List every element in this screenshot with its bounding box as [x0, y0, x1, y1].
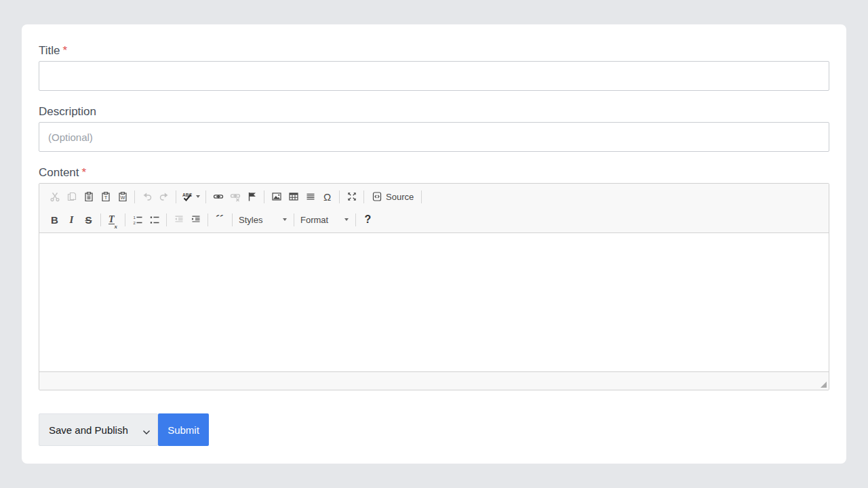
- undo-icon: [142, 191, 153, 202]
- toolbar-separator: [339, 190, 340, 203]
- description-input[interactable]: [39, 122, 829, 152]
- paste-from-word-icon: W: [117, 191, 128, 202]
- description-label: Description: [39, 104, 829, 119]
- undo-button[interactable]: [138, 188, 155, 205]
- format-dropdown[interactable]: Format: [298, 211, 352, 228]
- form-card: Title* Description Content* T: [22, 24, 846, 464]
- editor-content-area[interactable]: [39, 233, 829, 371]
- toolbar-separator: [294, 214, 294, 226]
- remove-format-button[interactable]: Tx: [104, 211, 121, 228]
- toolbar-separator: [100, 214, 101, 226]
- editor-status-bar: [39, 371, 829, 390]
- description-label-text: Description: [39, 105, 96, 118]
- source-button-label: Source: [386, 192, 414, 202]
- italic-icon: I: [70, 214, 74, 226]
- remove-format-icon: T: [108, 215, 115, 224]
- maximize-icon: [347, 191, 357, 202]
- content-label: Content*: [39, 165, 829, 180]
- bulleted-list-button[interactable]: [146, 211, 163, 228]
- horizontal-rule-button[interactable]: [302, 188, 319, 205]
- bold-icon: B: [51, 214, 58, 226]
- save-mode-select-wrap: Save and Publish: [39, 413, 158, 446]
- strikethrough-button[interactable]: S: [80, 211, 97, 228]
- toolbar-separator: [264, 190, 264, 203]
- svg-text:W: W: [120, 195, 125, 200]
- chevron-down-icon: [196, 195, 200, 198]
- toolbar-separator: [176, 190, 176, 203]
- table-button[interactable]: [285, 188, 302, 205]
- decrease-indent-icon: [174, 214, 184, 225]
- paste-icon: [83, 191, 94, 202]
- save-mode-select[interactable]: Save and Publish: [39, 413, 158, 446]
- image-icon: [271, 191, 282, 202]
- toolbar-separator: [205, 190, 206, 203]
- resize-handle-icon[interactable]: [821, 382, 827, 388]
- toolbar-separator: [134, 190, 135, 203]
- styles-dropdown[interactable]: Styles: [236, 211, 290, 228]
- toolbar-separator: [363, 190, 364, 203]
- svg-text:2: 2: [133, 221, 136, 225]
- toolbar-separator: [232, 214, 233, 226]
- svg-text:T: T: [104, 195, 107, 201]
- title-input[interactable]: [39, 61, 829, 91]
- help-button[interactable]: ?: [359, 211, 376, 228]
- spell-check-icon: ABC: [182, 191, 193, 202]
- format-dropdown-label: Format: [300, 215, 328, 225]
- source-button[interactable]: Source: [368, 188, 418, 205]
- toolbar-separator: [208, 214, 208, 226]
- redo-button[interactable]: [155, 188, 172, 205]
- bulleted-list-icon: [149, 214, 160, 225]
- horizontal-rule-icon: [305, 191, 316, 202]
- paste-from-word-button[interactable]: W: [114, 188, 131, 205]
- remove-format-sub: x: [115, 223, 118, 230]
- toolbar-separator: [166, 214, 167, 226]
- required-asterisk: *: [63, 44, 68, 57]
- toolbar-row-1: T W ABC: [46, 185, 829, 208]
- submit-button[interactable]: Submit: [158, 413, 209, 446]
- decrease-indent-button[interactable]: [170, 211, 187, 228]
- image-button[interactable]: [268, 188, 285, 205]
- copy-button[interactable]: [63, 188, 80, 205]
- maximize-button[interactable]: [343, 188, 360, 205]
- styles-dropdown-label: Styles: [239, 215, 262, 225]
- special-character-icon: Ω: [323, 191, 331, 203]
- cut-icon: [50, 191, 60, 202]
- bold-button[interactable]: B: [46, 211, 63, 228]
- numbered-list-icon: 12: [132, 214, 143, 225]
- paste-plain-text-button[interactable]: T: [97, 188, 114, 205]
- content-label-text: Content: [39, 166, 79, 179]
- increase-indent-button[interactable]: [187, 211, 204, 228]
- toolbar-row-2: B I S Tx 12: [46, 208, 829, 231]
- link-button[interactable]: [210, 188, 226, 205]
- anchor-flag-icon: [247, 191, 258, 202]
- title-label-text: Title: [39, 44, 60, 57]
- italic-button[interactable]: I: [63, 211, 80, 228]
- anchor-flag-button[interactable]: [243, 188, 260, 205]
- unlink-button[interactable]: [226, 188, 243, 205]
- unlink-icon: [230, 191, 241, 202]
- increase-indent-icon: [191, 214, 201, 225]
- toolbar-separator: [125, 214, 125, 226]
- blockquote-button[interactable]: ”: [212, 211, 229, 228]
- required-asterisk: *: [82, 166, 87, 179]
- numbered-list-button[interactable]: 12: [129, 211, 146, 228]
- editor-toolbar: T W ABC: [39, 184, 829, 233]
- cut-button[interactable]: [46, 188, 63, 205]
- chevron-down-icon: [283, 218, 287, 221]
- redo-icon: [159, 191, 170, 202]
- title-label: Title*: [39, 43, 829, 58]
- help-icon: ?: [365, 214, 372, 226]
- toolbar-separator: [421, 190, 422, 203]
- special-character-button[interactable]: Ω: [319, 188, 336, 205]
- table-icon: [288, 191, 299, 202]
- svg-text:1: 1: [133, 216, 136, 220]
- spell-check-button[interactable]: ABC: [180, 188, 202, 205]
- toolbar-separator: [355, 214, 356, 226]
- paste-button[interactable]: [80, 188, 97, 205]
- rich-text-editor: T W ABC: [39, 183, 829, 390]
- paste-plain-text-icon: T: [100, 191, 111, 202]
- form-actions: Save and Publish Submit: [39, 413, 829, 446]
- link-icon: [213, 191, 224, 202]
- strikethrough-icon: S: [85, 214, 92, 226]
- source-icon: [372, 191, 382, 202]
